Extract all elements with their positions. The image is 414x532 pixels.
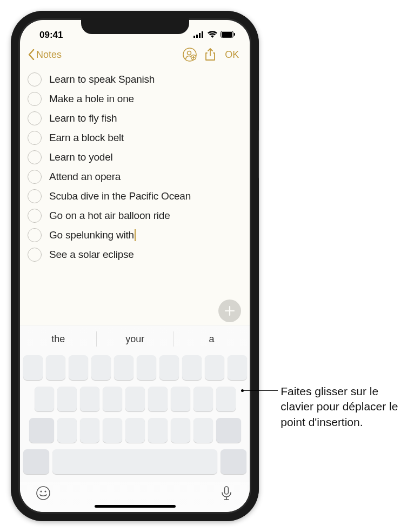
mic-icon bbox=[218, 485, 235, 501]
checklist-text[interactable]: Earn a block belt bbox=[49, 132, 124, 144]
callout: Faites glisser sur le clavier pour dépla… bbox=[281, 384, 403, 430]
checklist-item[interactable]: See a solar eclipse bbox=[28, 245, 242, 264]
notch bbox=[81, 18, 189, 34]
backspace-key[interactable] bbox=[216, 418, 241, 443]
iphone-frame: 09:41 Notes bbox=[11, 11, 259, 521]
key[interactable] bbox=[125, 418, 145, 443]
checklist-item[interactable]: Learn to yodel bbox=[28, 148, 242, 167]
svg-rect-5 bbox=[222, 32, 232, 37]
checklist-text[interactable]: Learn to fly fish bbox=[49, 112, 117, 124]
prediction-1[interactable]: your bbox=[97, 326, 173, 352]
chevron-back-icon bbox=[28, 49, 35, 60]
key[interactable] bbox=[148, 418, 168, 443]
key[interactable] bbox=[57, 418, 77, 443]
checklist-text[interactable]: Attend an opera bbox=[49, 171, 121, 183]
home-indicator[interactable] bbox=[95, 505, 176, 508]
numbers-key[interactable] bbox=[23, 449, 49, 474]
checklist-item[interactable]: Earn a block belt bbox=[28, 128, 242, 148]
note-content[interactable]: Learn to speak SpanishMake a hole in one… bbox=[20, 68, 250, 325]
key[interactable] bbox=[171, 418, 190, 443]
key[interactable] bbox=[137, 355, 156, 380]
cellular-icon bbox=[193, 30, 204, 41]
checkbox-circle[interactable] bbox=[28, 228, 42, 242]
back-button[interactable]: Notes bbox=[28, 49, 62, 61]
callout-line bbox=[242, 390, 278, 391]
key[interactable] bbox=[216, 387, 236, 411]
key[interactable] bbox=[80, 418, 99, 443]
svg-point-12 bbox=[44, 490, 46, 492]
key[interactable] bbox=[91, 355, 111, 380]
prediction-2[interactable]: a bbox=[173, 326, 250, 352]
svg-point-11 bbox=[40, 490, 42, 492]
key[interactable] bbox=[228, 355, 247, 380]
checklist-text[interactable]: Learn to speak Spanish bbox=[49, 74, 155, 85]
keyboard-area: the your a bbox=[20, 325, 250, 512]
key[interactable] bbox=[182, 355, 202, 380]
svg-rect-0 bbox=[193, 36, 195, 38]
key[interactable] bbox=[193, 387, 213, 411]
plus-icon bbox=[223, 304, 236, 317]
key[interactable] bbox=[103, 387, 122, 411]
svg-rect-13 bbox=[225, 487, 229, 494]
key[interactable] bbox=[205, 355, 224, 380]
return-key[interactable] bbox=[221, 449, 246, 474]
power-button bbox=[258, 130, 259, 178]
done-button[interactable]: OK bbox=[222, 49, 242, 61]
dictation-button[interactable] bbox=[218, 485, 235, 503]
checklist-item[interactable]: Learn to fly fish bbox=[28, 109, 242, 128]
share-button[interactable] bbox=[201, 45, 219, 64]
key[interactable] bbox=[46, 355, 65, 380]
key[interactable] bbox=[171, 387, 190, 411]
svg-rect-2 bbox=[199, 33, 201, 38]
collaborate-button[interactable] bbox=[181, 45, 199, 64]
checklist-text[interactable]: Make a hole in one bbox=[49, 93, 134, 105]
svg-point-10 bbox=[37, 487, 50, 500]
prediction-0[interactable]: the bbox=[20, 326, 97, 352]
checkbox-circle[interactable] bbox=[28, 92, 42, 106]
checkbox-circle[interactable] bbox=[28, 248, 42, 262]
shift-key[interactable] bbox=[29, 418, 54, 443]
key[interactable] bbox=[35, 387, 54, 411]
checklist-text[interactable]: Learn to yodel bbox=[49, 151, 113, 163]
checkbox-circle[interactable] bbox=[28, 111, 42, 125]
callout-text: Faites glisser sur le clavier pour dépla… bbox=[281, 385, 398, 428]
checklist-item[interactable]: Go on a hot air balloon ride bbox=[28, 206, 242, 225]
key[interactable] bbox=[193, 418, 213, 443]
checklist-item[interactable]: Attend an opera bbox=[28, 167, 242, 187]
prediction-row: the your a bbox=[20, 326, 250, 352]
wifi-icon bbox=[208, 30, 217, 41]
key[interactable] bbox=[57, 387, 77, 411]
status-indicators bbox=[193, 30, 236, 41]
checklist-text[interactable]: Scuba dive in the Pacific Ocean bbox=[49, 190, 191, 202]
key[interactable] bbox=[114, 355, 133, 380]
space-key[interactable] bbox=[52, 449, 217, 474]
key[interactable] bbox=[80, 387, 99, 411]
checklist-item[interactable]: Scuba dive in the Pacific Ocean bbox=[28, 187, 242, 206]
checkbox-circle[interactable] bbox=[28, 131, 42, 145]
keyboard[interactable] bbox=[20, 352, 250, 482]
svg-point-8 bbox=[188, 51, 191, 55]
checkbox-circle[interactable] bbox=[28, 209, 42, 223]
share-icon bbox=[203, 48, 217, 62]
screen: 09:41 Notes bbox=[20, 20, 250, 512]
emoji-button[interactable] bbox=[35, 485, 51, 503]
checkbox-circle[interactable] bbox=[28, 72, 42, 87]
checklist-item[interactable]: Learn to speak Spanish bbox=[28, 70, 242, 89]
key[interactable] bbox=[23, 355, 43, 380]
key[interactable] bbox=[69, 355, 88, 380]
checklist-item[interactable]: Go spelunking with bbox=[28, 225, 242, 245]
checkbox-circle[interactable] bbox=[28, 170, 42, 184]
battery-icon bbox=[221, 30, 236, 41]
checklist-text[interactable]: Go on a hot air balloon ride bbox=[49, 210, 170, 222]
key[interactable] bbox=[103, 418, 122, 443]
key[interactable] bbox=[159, 355, 179, 380]
checklist-text[interactable]: Go spelunking with bbox=[49, 229, 136, 242]
checkbox-circle[interactable] bbox=[28, 150, 42, 164]
checklist-text[interactable]: See a solar eclipse bbox=[49, 249, 134, 261]
key[interactable] bbox=[148, 387, 168, 411]
key[interactable] bbox=[125, 387, 145, 411]
checklist-item[interactable]: Make a hole in one bbox=[28, 89, 242, 109]
checkbox-circle[interactable] bbox=[28, 189, 42, 203]
emoji-icon bbox=[35, 485, 51, 501]
add-button[interactable] bbox=[218, 300, 241, 322]
